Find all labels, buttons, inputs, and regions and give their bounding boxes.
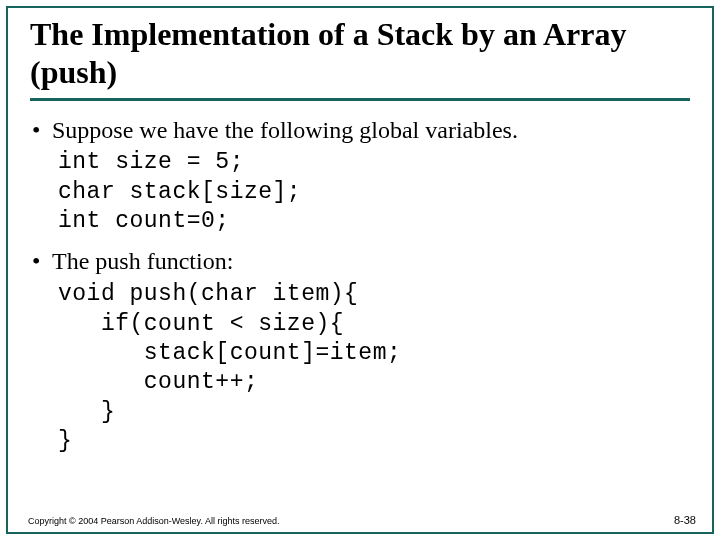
code-line: stack[count]=item; xyxy=(58,340,401,366)
code-line: char stack[size]; xyxy=(58,179,301,205)
code-line: } xyxy=(58,399,115,425)
bullet-text-2: The push function: xyxy=(52,248,233,274)
code-block-push: void push(char item){ if(count < size){ … xyxy=(58,280,690,457)
bullet-list: The push function: xyxy=(30,246,690,278)
bullet-list: Suppose we have the following global var… xyxy=(30,115,690,147)
code-line: int count=0; xyxy=(58,208,230,234)
slide-title: The Implementation of a Stack by an Arra… xyxy=(30,16,690,101)
bullet-text-1: Suppose we have the following global var… xyxy=(52,117,518,143)
bullet-item-1: Suppose we have the following global var… xyxy=(30,115,690,147)
code-line: void push(char item){ xyxy=(58,281,358,307)
code-line: count++; xyxy=(58,369,258,395)
code-block-globals: int size = 5; char stack[size]; int coun… xyxy=(58,148,690,236)
copyright-text: Copyright © 2004 Pearson Addison-Wesley.… xyxy=(28,516,279,526)
slide-content: The Implementation of a Stack by an Arra… xyxy=(8,8,712,532)
code-line: if(count < size){ xyxy=(58,311,344,337)
bullet-item-2: The push function: xyxy=(30,246,690,278)
code-line: int size = 5; xyxy=(58,149,244,175)
code-line: } xyxy=(58,428,72,454)
page-number: 8-38 xyxy=(674,514,696,526)
